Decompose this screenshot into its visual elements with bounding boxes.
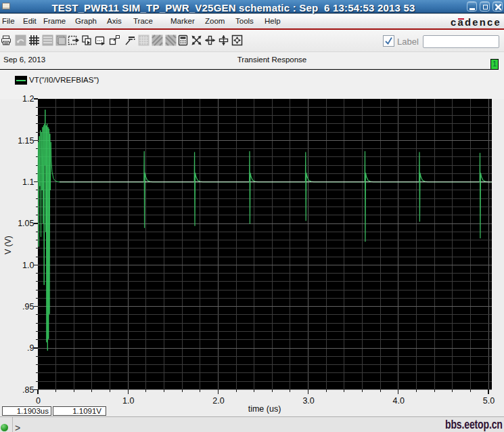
svg-text:5.0: 5.0 bbox=[483, 396, 495, 406]
svg-text:0: 0 bbox=[36, 396, 41, 406]
svg-text:1.05: 1.05 bbox=[18, 219, 34, 228]
svg-text:3.0: 3.0 bbox=[302, 396, 314, 406]
svg-text:time (us): time (us) bbox=[248, 404, 281, 414]
svg-text:1.2: 1.2 bbox=[22, 95, 34, 104]
svg-text:.9: .9 bbox=[27, 343, 34, 353]
svg-text:.85: .85 bbox=[22, 385, 34, 395]
svg-text:1.1: 1.1 bbox=[22, 177, 34, 187]
svg-text:V (V): V (V) bbox=[3, 236, 13, 254]
svg-text:1.0: 1.0 bbox=[122, 396, 134, 406]
svg-text:.95: .95 bbox=[22, 302, 34, 311]
svg-text:1.0: 1.0 bbox=[22, 261, 34, 270]
svg-text:4.0: 4.0 bbox=[393, 396, 405, 406]
svg-text:2.0: 2.0 bbox=[212, 396, 224, 406]
svg-text:1.15: 1.15 bbox=[18, 136, 34, 146]
